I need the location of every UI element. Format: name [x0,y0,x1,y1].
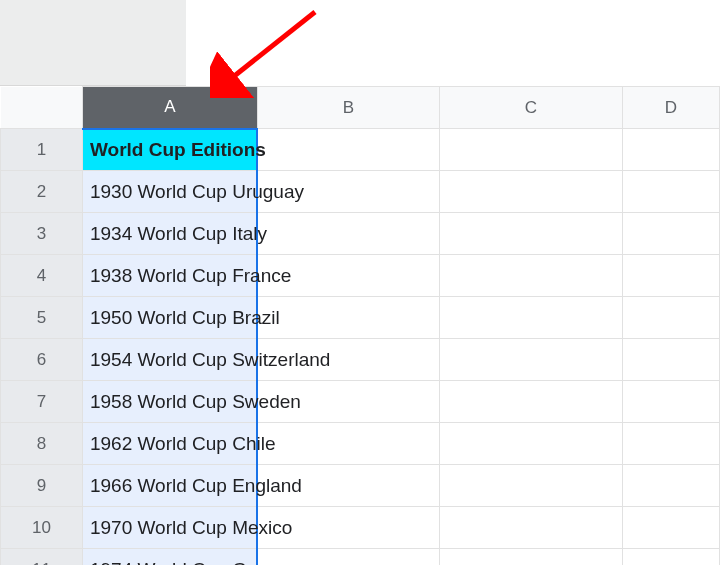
row-header[interactable]: 11 [1,549,83,566]
row-header[interactable]: 7 [1,381,83,423]
cell-c4[interactable] [440,255,622,297]
row-header[interactable]: 1 [1,129,83,171]
cell-a8[interactable]: 1962 World Cup Chile [82,423,257,465]
table-row: 7 1958 World Cup Sweden [1,381,720,423]
column-header-b[interactable]: B [257,87,440,129]
column-header-row: A B C D [1,87,720,129]
cell-text: 1954 World Cup Switzerland [90,349,330,371]
table-row: 8 1962 World Cup Chile [1,423,720,465]
cell-a7[interactable]: 1958 World Cup Sweden [82,381,257,423]
cell-text: 1950 World Cup Brazil [90,307,280,329]
cell-c7[interactable] [440,381,622,423]
column-header-a[interactable]: A [82,87,257,129]
cell-b8[interactable] [257,423,440,465]
cell-text: 1962 World Cup Chile [90,433,276,455]
row-header[interactable]: 8 [1,423,83,465]
cell-text: 1938 World Cup France [90,265,291,287]
table-row: 4 1938 World Cup France [1,255,720,297]
cell-d3[interactable] [622,213,719,255]
cell-b5[interactable] [257,297,440,339]
cell-d11[interactable] [622,549,719,566]
cell-a6[interactable]: 1954 World Cup Switzerland [82,339,257,381]
cell-b1[interactable] [257,129,440,171]
svg-line-0 [228,12,315,81]
table-row: 6 1954 World Cup Switzerland [1,339,720,381]
cell-text: 1934 World Cup Italy [90,223,267,245]
cell-text: 1974 World Cup Germany [90,559,310,566]
cell-c11[interactable] [440,549,622,566]
table-row: 11 1974 World Cup Germany [1,549,720,566]
cell-d5[interactable] [622,297,719,339]
cell-text: 1970 World Cup Mexico [90,517,292,539]
cell-a5[interactable]: 1950 World Cup Brazil [82,297,257,339]
cell-text: 1930 World Cup Uruguay [90,181,304,203]
cell-a10[interactable]: 1970 World Cup Mexico [82,507,257,549]
cell-text: 1966 World Cup England [90,475,302,497]
cell-a4[interactable]: 1938 World Cup France [82,255,257,297]
row-header[interactable]: 9 [1,465,83,507]
cell-a1[interactable]: World Cup Editions [82,129,257,171]
cell-c9[interactable] [440,465,622,507]
row-header[interactable]: 4 [1,255,83,297]
cell-text: 1958 World Cup Sweden [90,391,301,413]
cell-d6[interactable] [622,339,719,381]
cell-a2[interactable]: 1930 World Cup Uruguay [82,171,257,213]
cell-d7[interactable] [622,381,719,423]
cell-text: World Cup Editions [90,139,266,161]
column-header-d[interactable]: D [622,87,719,129]
row-header[interactable]: 10 [1,507,83,549]
cell-a9[interactable]: 1966 World Cup England [82,465,257,507]
cell-a11[interactable]: 1974 World Cup Germany [82,549,257,566]
row-header[interactable]: 3 [1,213,83,255]
cell-c5[interactable] [440,297,622,339]
toolbar-placeholder [0,0,186,86]
cell-c3[interactable] [440,213,622,255]
table-row: 5 1950 World Cup Brazil [1,297,720,339]
table-row: 1 World Cup Editions [1,129,720,171]
annotation-arrow-icon [210,6,330,98]
cell-c8[interactable] [440,423,622,465]
cell-c2[interactable] [440,171,622,213]
row-header[interactable]: 2 [1,171,83,213]
table-row: 3 1934 World Cup Italy [1,213,720,255]
cell-c1[interactable] [440,129,622,171]
row-header[interactable]: 6 [1,339,83,381]
cell-c10[interactable] [440,507,622,549]
column-header-c[interactable]: C [440,87,622,129]
select-all-corner[interactable] [1,87,83,129]
cell-d8[interactable] [622,423,719,465]
cell-a3[interactable]: 1934 World Cup Italy [82,213,257,255]
cell-d4[interactable] [622,255,719,297]
table-row: 9 1966 World Cup England [1,465,720,507]
spreadsheet-grid[interactable]: A B C D 1 World Cup Editions 2 1930 Worl… [0,86,720,565]
cell-c6[interactable] [440,339,622,381]
cell-d10[interactable] [622,507,719,549]
cell-b3[interactable] [257,213,440,255]
table-row: 10 1970 World Cup Mexico [1,507,720,549]
table-row: 2 1930 World Cup Uruguay [1,171,720,213]
row-header[interactable]: 5 [1,297,83,339]
cell-d2[interactable] [622,171,719,213]
cell-d1[interactable] [622,129,719,171]
cell-d9[interactable] [622,465,719,507]
